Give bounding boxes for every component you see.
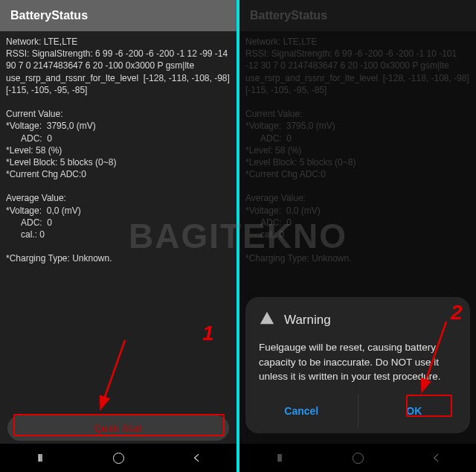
ok-button[interactable]: OK bbox=[358, 395, 471, 427]
dialog-body: Fuelgauge will be reset, causing battery… bbox=[259, 340, 457, 384]
dialog-title: Warning bbox=[284, 313, 331, 328]
app-titlebar: BatteryStatus bbox=[0, 0, 237, 31]
warning-dialog: Warning Fuelgauge will be reset, causing… bbox=[245, 297, 470, 433]
recents-button[interactable]: III bbox=[25, 449, 54, 467]
back-button[interactable] bbox=[182, 449, 212, 467]
home-button[interactable] bbox=[103, 449, 133, 467]
left-screenshot: BatteryStatus Network: LTE,LTE RSSI: Sig… bbox=[0, 0, 237, 472]
right-screenshot: BatteryStatus Network: LTE,LTE RSSI: Sig… bbox=[239, 0, 476, 472]
quick-start-button[interactable]: Quick Start bbox=[7, 415, 229, 441]
battery-status-text: Network: LTE,LTE RSSI: SignalStrength: 6… bbox=[0, 31, 237, 415]
warning-icon bbox=[259, 310, 275, 330]
app-title: BatteryStatus bbox=[10, 9, 88, 22]
step-number-2: 2 bbox=[451, 301, 463, 325]
android-navbar: III bbox=[0, 444, 237, 472]
cancel-button[interactable]: Cancel bbox=[245, 395, 358, 427]
step-number-1: 1 bbox=[202, 322, 214, 345]
